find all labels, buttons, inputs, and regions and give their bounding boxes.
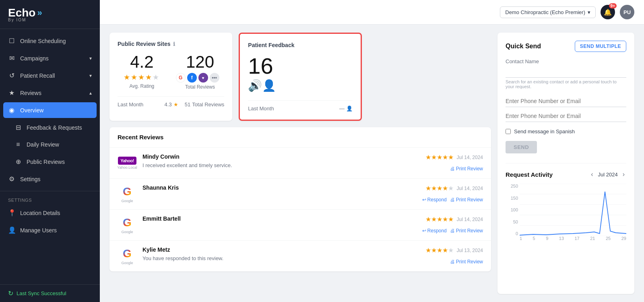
y-label-250: 250 <box>506 184 518 188</box>
last-month-rating: 4.3 ★ <box>165 101 178 108</box>
sidebar-item-patient-recall[interactable]: ↺ Patient Recall ▾ <box>0 67 100 84</box>
more-sites-icon: ••• <box>210 73 219 83</box>
chevron-up-icon: ▴ <box>89 90 92 96</box>
send-button[interactable]: SEND <box>506 141 537 153</box>
patient-feedback-title: Patient Feedback <box>248 42 352 48</box>
last-month-label: Last Month <box>248 105 274 112</box>
sidebar-item-location-details[interactable]: 📍 Location Details <box>0 204 100 221</box>
google-brand-icon: G <box>123 247 132 260</box>
sidebar-item-settings[interactable]: ⚙ Settings <box>0 170 100 188</box>
respond-link[interactable]: ↩ Respond <box>422 197 447 203</box>
info-icon: ℹ <box>173 41 175 47</box>
public-icon: ⊕ <box>14 158 22 165</box>
sync-status-label: Last Sync Successful <box>17 290 66 296</box>
x-label-29: 29 <box>621 236 626 244</box>
review-meta: ★★★★★ Jul 14, 2024 ↩ Respond 🖨 Print Rev… <box>422 215 483 234</box>
respond-link[interactable]: ↩ Respond <box>422 228 447 234</box>
review-content: Mindy Corwin I received excellent and ti… <box>142 153 420 168</box>
x-label-5: 5 <box>533 236 535 244</box>
print-review-link[interactable]: 🖨 Print Review <box>450 228 483 234</box>
current-month: Jul 2024 <box>598 172 618 178</box>
google-logo: G Google <box>118 246 137 266</box>
location-selector[interactable]: Demo Chiropractic (Echo Premier) ▾ <box>500 6 596 18</box>
title-text: Patient Feedback <box>248 42 294 48</box>
review-item: G Google Kylie Metz You have responded t… <box>109 241 491 271</box>
quick-send-title: Quick Send <box>506 43 541 50</box>
sidebar-item-overview[interactable]: ◉ Overview <box>3 102 97 118</box>
review-item: G Google Emmitt Bartell ★★★★★ Jul 14, 20… <box>109 210 491 241</box>
sidebar-item-daily-review[interactable]: ≡ Daily Review <box>0 136 100 153</box>
activity-header: Request Activity ‹ Jul 2024 › <box>506 170 626 179</box>
contact-name-input[interactable] <box>506 66 626 78</box>
sidebar-item-reviews[interactable]: ★ Reviews ▴ <box>0 84 100 101</box>
spanish-checkbox-row: Send message in Spanish <box>506 128 626 134</box>
star-icon: ★ <box>8 89 15 97</box>
email-icon: ✉ <box>8 54 15 62</box>
yahoo-brand-icon: Yahoo! <box>118 157 136 165</box>
y-label-100: 100 <box>506 207 518 212</box>
last-month-count: — 👤 <box>339 105 353 112</box>
sidebar-item-manage-users[interactable]: 👤 Manage Users <box>0 221 100 239</box>
gear-icon: ⚙ <box>8 175 15 183</box>
sidebar-item-public-reviews[interactable]: ⊕ Public Reviews <box>0 153 100 170</box>
main-content: Demo Chiropractic (Echo Premier) ▾ 🔔 9+ … <box>100 0 644 302</box>
sidebar-item-label: Settings <box>20 176 41 182</box>
recall-icon: ↺ <box>8 72 15 79</box>
chart-svg-area <box>520 184 626 236</box>
request-activity-section: Request Activity ‹ Jul 2024 › 250 150 10… <box>506 163 626 244</box>
sidebar-item-label: Patient Recall <box>20 72 55 79</box>
notification-button[interactable]: 🔔 9+ <box>601 5 615 19</box>
feedback-last-month: Last Month — 👤 <box>248 100 352 112</box>
avatar[interactable]: PU <box>620 5 634 19</box>
healthgrades-icon: ♥ <box>198 73 208 83</box>
print-review-link[interactable]: 🖨 Print Review <box>450 259 483 265</box>
send-multiple-button[interactable]: SEND MULTIPLE <box>575 41 626 52</box>
chevron-down-icon: ▾ <box>89 73 92 79</box>
review-date: Jul 14, 2024 <box>457 186 483 191</box>
phone-email-input[interactable] <box>506 95 626 107</box>
quick-send-header: Quick Send SEND MULTIPLE <box>506 41 626 52</box>
contact-name-field: Contact Name Search for an existing cont… <box>506 58 626 89</box>
review-date: Jul 13, 2024 <box>457 248 483 253</box>
sidebar-item-online-scheduling[interactable]: ☐ Online Scheduling <box>0 32 100 50</box>
x-label-9: 9 <box>546 236 548 244</box>
rating-date-row: ★★★★★ Jul 14, 2024 <box>425 153 483 161</box>
sidebar-item-feedback-requests[interactable]: ⊟ Feedback & Requests <box>0 119 100 136</box>
title-text: Public Review Sites <box>118 41 171 47</box>
review-actions: 🖨 Print Review <box>450 259 483 265</box>
review-stars: ★★★★★ <box>425 153 454 161</box>
sidebar-item-label: Reviews <box>20 90 41 96</box>
print-review-link[interactable]: 🖨 Print Review <box>450 197 483 203</box>
prev-month-button[interactable]: ‹ <box>589 170 594 179</box>
print-review-link[interactable]: 🖨 Print Review <box>450 166 483 172</box>
quick-send-card: Quick Send SEND MULTIPLE Contact Name Se… <box>497 33 634 294</box>
phone-email-input2[interactable] <box>506 110 626 122</box>
last-month-reviews-value: 51 <box>185 101 190 108</box>
sidebar-item-campaigns[interactable]: ✉ Campaigns ▾ <box>0 50 100 67</box>
chart-y-axis: 250 150 100 50 0 <box>506 184 520 236</box>
google-brand-icon: G <box>123 185 132 198</box>
sidebar-item-label: Manage Users <box>20 227 57 234</box>
next-month-button[interactable]: › <box>621 170 626 179</box>
review-content: Kylie Metz You have responded to this re… <box>142 246 420 261</box>
list-icon: ≡ <box>14 141 22 148</box>
total-reviews-block: 120 G f ♥ ••• Total Reviews <box>176 54 225 90</box>
x-label-25: 25 <box>606 236 611 244</box>
platform-name: Google <box>121 199 133 203</box>
review-item: G Google Shaunna Kris ★★★★★ Jul 14, 2024… <box>109 179 491 210</box>
location-name: Demo Chiropractic (Echo Premier) <box>505 9 585 15</box>
review-stars: ★★★★★ <box>425 215 454 223</box>
review-item: Yahoo! Yahoo.Local Mindy Corwin I receiv… <box>109 148 491 179</box>
last-month-label: Last Month <box>118 101 143 108</box>
review-text: I received excellent and timely service. <box>142 162 420 168</box>
review-meta: ★★★★★ Jul 14, 2024 🖨 Print Review <box>425 153 483 172</box>
notification-badge: 9+ <box>609 3 617 8</box>
logo-area: Echo » By IOM <box>0 0 100 29</box>
platform-name: Google <box>121 230 133 234</box>
recent-reviews-section: Recent Reviews Yahoo! Yahoo.Local Mindy … <box>109 127 491 294</box>
avg-rating-value: 4.2 <box>118 54 166 70</box>
star-icon-small: ★ <box>173 101 178 108</box>
spanish-checkbox[interactable] <box>506 129 511 134</box>
nav-divider <box>0 191 100 191</box>
reviewer-name: Mindy Corwin <box>142 153 420 160</box>
